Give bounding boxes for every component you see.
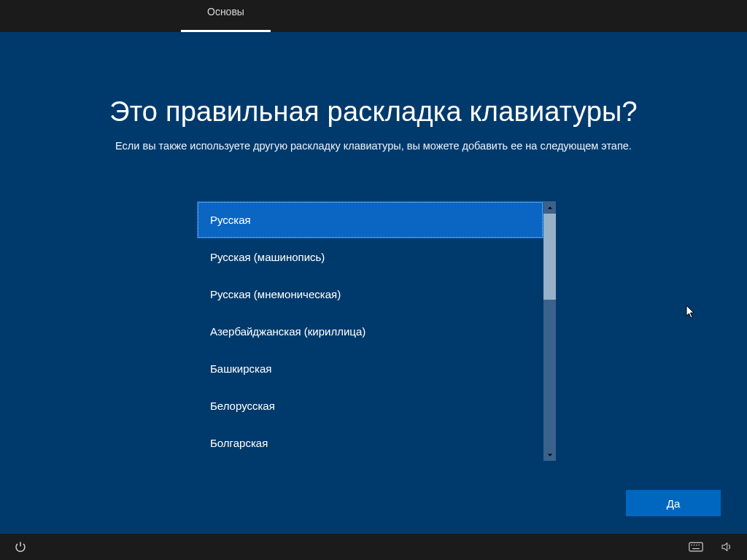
volume-icon[interactable] <box>719 540 734 554</box>
keyboard-layout-list: РусскаяРусская (машинопись)Русская (мнем… <box>197 201 556 461</box>
list-item-label: Болгарская <box>210 437 268 449</box>
yes-button-label: Да <box>667 497 681 510</box>
list-item-label: Азербайджанская (кириллица) <box>210 325 365 338</box>
list-item-label: Белорусская <box>210 400 275 412</box>
power-icon[interactable] <box>13 540 28 554</box>
list-item[interactable]: Русская (машинопись) <box>197 238 543 276</box>
list-item[interactable]: Русская <box>197 201 543 238</box>
top-bar: Основы <box>0 0 747 32</box>
bottom-bar <box>0 534 747 560</box>
scrollbar <box>543 201 556 461</box>
svg-rect-0 <box>689 542 703 551</box>
list-item-label: Русская (мнемоническая) <box>210 288 341 300</box>
list-item-label: Башкирская <box>210 362 271 375</box>
scroll-down-button[interactable] <box>543 448 556 461</box>
list-item[interactable]: Болгарская <box>197 424 543 461</box>
accessibility-keyboard-icon[interactable] <box>689 540 703 554</box>
list-item[interactable]: Русская (мнемоническая) <box>197 276 543 313</box>
list-item[interactable]: Азербайджанская (кириллица) <box>197 313 543 350</box>
list-item[interactable]: Белорусская <box>197 387 543 424</box>
page-subtitle: Если вы также используете другую расклад… <box>0 140 747 152</box>
yes-button[interactable]: Да <box>626 490 721 516</box>
list-item-label: Русская (машинопись) <box>210 251 325 263</box>
oobe-page: Это правильная раскладка клавиатуры? Есл… <box>0 32 747 534</box>
scroll-up-button[interactable] <box>543 201 556 214</box>
list-item[interactable]: Башкирская <box>197 350 543 387</box>
list-item-label: Русская <box>210 214 251 226</box>
scroll-track[interactable] <box>543 214 556 448</box>
list-viewport: РусскаяРусская (машинопись)Русская (мнем… <box>197 201 543 461</box>
tab-basics[interactable]: Основы <box>181 0 271 32</box>
scroll-thumb[interactable] <box>543 214 556 300</box>
page-title: Это правильная раскладка клавиатуры? <box>0 96 747 128</box>
tab-label: Основы <box>207 6 244 18</box>
